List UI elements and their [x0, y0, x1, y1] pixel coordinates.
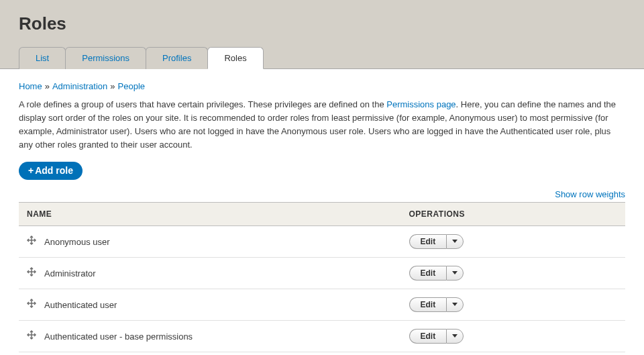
- tab-link[interactable]: Profiles: [146, 48, 207, 68]
- tab-roles[interactable]: Roles: [207, 47, 263, 69]
- breadcrumb-link[interactable]: People: [118, 81, 145, 91]
- description-text-pre: A role defines a group of users that hav…: [19, 99, 386, 109]
- breadcrumb: Home»Administration»People: [19, 81, 625, 91]
- cell-operations: Edit: [401, 289, 625, 320]
- tab-link[interactable]: Permissions: [66, 48, 146, 68]
- tabs: ListPermissionsProfilesRoles: [19, 46, 625, 68]
- edit-button[interactable]: Edit: [409, 266, 447, 281]
- edit-button[interactable]: Edit: [409, 297, 447, 312]
- table-row: Authenticated userEdit: [19, 289, 625, 320]
- tab-list[interactable]: List: [19, 47, 66, 69]
- add-role-button[interactable]: +Add role: [19, 162, 83, 180]
- col-header-operations: OPERATIONS: [401, 202, 625, 225]
- tab-profiles[interactable]: Profiles: [146, 47, 208, 69]
- edit-button[interactable]: Edit: [409, 234, 447, 249]
- permissions-page-link[interactable]: Permissions page: [386, 99, 455, 109]
- dropbutton-toggle[interactable]: [446, 329, 464, 344]
- tab-link[interactable]: List: [19, 48, 65, 68]
- breadcrumb-separator: »: [110, 81, 115, 91]
- cell-operations: Edit: [401, 320, 625, 352]
- breadcrumb-link[interactable]: Home: [19, 81, 42, 91]
- cell-operations: Edit: [401, 257, 625, 289]
- roles-table-body: Anonymous userEditAdministratorEditAuthe…: [19, 225, 625, 352]
- dropbutton-toggle[interactable]: [446, 297, 464, 312]
- operations-dropbutton: Edit: [409, 297, 464, 312]
- roles-table: NAME OPERATIONS Anonymous userEditAdmini…: [19, 202, 625, 352]
- operations-dropbutton: Edit: [409, 329, 464, 344]
- chevron-down-icon: [452, 240, 458, 243]
- cell-name: Administrator: [19, 257, 401, 289]
- dropbutton-toggle[interactable]: [446, 234, 464, 249]
- breadcrumb-separator: »: [45, 81, 50, 91]
- edit-button[interactable]: Edit: [409, 329, 447, 344]
- chevron-down-icon: [452, 271, 458, 274]
- drag-handle-icon[interactable]: [27, 267, 39, 276]
- page-description: A role defines a group of users that hav…: [19, 98, 625, 152]
- tab-permissions[interactable]: Permissions: [65, 47, 146, 69]
- role-name: Administrator: [44, 268, 96, 278]
- drag-handle-icon[interactable]: [27, 330, 39, 340]
- role-name: Authenticated user: [44, 300, 117, 310]
- col-header-name: NAME: [19, 202, 401, 225]
- show-row-weights-wrapper: Show row weights: [19, 189, 625, 199]
- operations-dropbutton: Edit: [409, 266, 464, 281]
- table-row: Anonymous userEdit: [19, 225, 625, 257]
- cell-name: Authenticated user - base permissions: [19, 320, 401, 352]
- drag-handle-icon[interactable]: [27, 236, 39, 245]
- table-row: AdministratorEdit: [19, 257, 625, 289]
- chevron-down-icon: [452, 303, 458, 306]
- add-role-label: Add role: [35, 165, 73, 176]
- table-row: Authenticated user - base permissionsEdi…: [19, 320, 625, 352]
- cell-name: Anonymous user: [19, 225, 401, 257]
- operations-dropbutton: Edit: [409, 234, 464, 249]
- cell-name: Authenticated user: [19, 289, 401, 320]
- page-title: Roles: [19, 13, 625, 34]
- breadcrumb-link[interactable]: Administration: [52, 81, 107, 91]
- content-region: Home»Administration»People A role define…: [0, 69, 644, 355]
- role-name: Anonymous user: [44, 237, 110, 247]
- tab-link[interactable]: Roles: [208, 48, 262, 68]
- drag-handle-icon[interactable]: [27, 299, 39, 308]
- dropbutton-toggle[interactable]: [446, 266, 464, 281]
- chevron-down-icon: [452, 334, 458, 338]
- show-row-weights-link[interactable]: Show row weights: [555, 189, 625, 199]
- plus-icon: +: [28, 165, 34, 176]
- header-region: Roles ListPermissionsProfilesRoles: [0, 0, 644, 69]
- cell-operations: Edit: [401, 225, 625, 257]
- role-name: Authenticated user - base permissions: [44, 332, 193, 342]
